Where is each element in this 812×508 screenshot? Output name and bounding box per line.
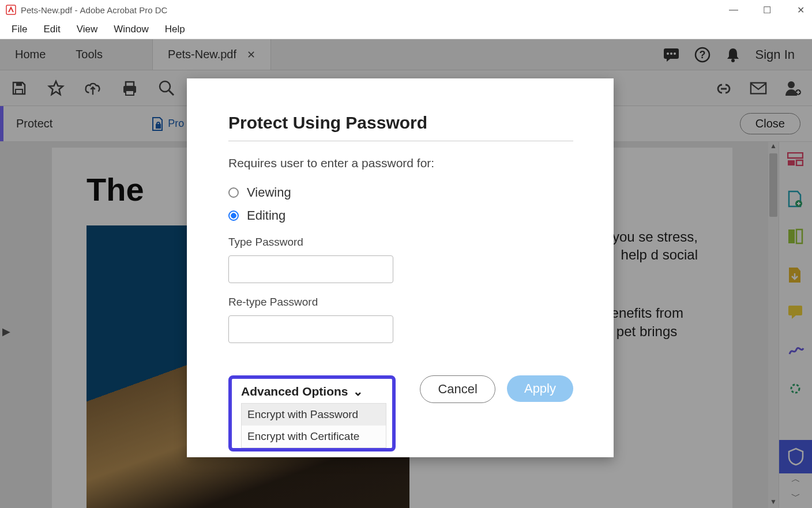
menu-encrypt-certificate[interactable]: Encrypt with Certificate [242,426,386,447]
dialog-subtitle: Requires user to enter a password for: [228,156,573,170]
dialog-title: Protect Using Password [228,113,573,133]
type-password-label: Type Password [228,236,573,249]
menu-encrypt-password[interactable]: Encrypt with Password [242,404,386,426]
window-maximize-button[interactable]: ☐ [761,5,773,16]
advanced-options-highlight: Advanced Options ⌄ Encrypt with Password… [228,375,396,451]
title-appname: Adobe Acrobat Pro DC [80,5,168,15]
window-close-button[interactable]: ✕ [795,5,806,16]
dialog-divider [228,141,573,141]
advanced-options-button[interactable]: Advanced Options ⌄ [241,385,386,398]
chevron-down-icon: ⌄ [353,385,363,398]
type-password-input[interactable] [228,255,393,283]
window-minimize-button[interactable]: — [728,5,739,16]
radio-editing-label: Editing [247,208,285,223]
menu-help[interactable]: Help [157,21,193,37]
advanced-options-label: Advanced Options [241,385,348,398]
radio-viewing-indicator [228,187,239,198]
menu-view[interactable]: View [69,21,106,37]
advanced-options-menu: Encrypt with Password Encrypt with Certi… [241,403,386,448]
radio-editing-indicator [228,210,239,221]
cancel-button[interactable]: Cancel [420,375,495,403]
window-titlebar: Pets-New.pdf - Adobe Acrobat Pro DC — ☐ … [0,0,812,20]
radio-viewing-label: Viewing [247,185,291,200]
radio-editing[interactable]: Editing [228,208,573,223]
menubar: File Edit View Window Help [0,20,812,39]
retype-password-input[interactable] [228,315,393,343]
radio-viewing[interactable]: Viewing [228,185,573,200]
acrobat-app-icon [6,5,16,15]
protect-password-dialog: Protect Using Password Requires user to … [187,78,614,457]
menu-edit[interactable]: Edit [35,21,68,37]
retype-password-label: Re-type Password [228,296,573,308]
menu-window[interactable]: Window [106,21,156,37]
title-filename: Pets-New.pdf [21,5,72,15]
apply-button[interactable]: Apply [507,375,573,402]
title-separator: - [72,5,80,15]
menu-file[interactable]: File [3,21,35,37]
